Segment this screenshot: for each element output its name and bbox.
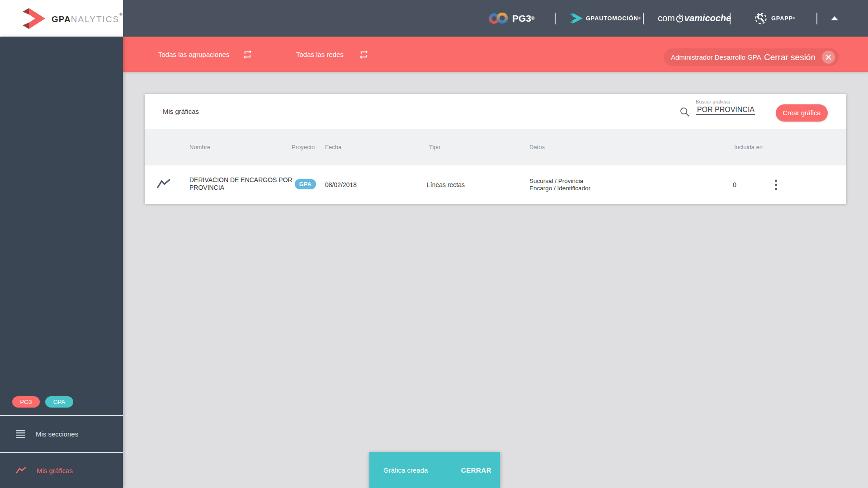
wrench-circle-icon xyxy=(755,12,767,25)
chart-date: 08/02/2018 xyxy=(325,181,357,188)
sidebar-item-label: Mis secciones xyxy=(36,430,78,438)
gpanalytics-brand[interactable]: GPANALYTICS® xyxy=(0,0,123,37)
chart-type: Líneas rectas xyxy=(427,181,465,188)
charts-trend-icon xyxy=(16,467,26,474)
filter-bar: Todas las agrupaciones Todas las redes A… xyxy=(123,37,868,72)
toast-notification: Gráfica creada CERRAR xyxy=(369,452,500,488)
search-input[interactable]: Buscar gráficas OS POR PROVINCIA xyxy=(696,99,755,115)
chart-name: DERIVACION DE ENCARGOS POR PROVINCIA xyxy=(189,176,299,191)
topbar-divider xyxy=(643,13,644,24)
project-badge: GPA xyxy=(295,179,316,189)
chart-type-trend-icon xyxy=(156,178,171,190)
gpapp-label: GPAPP xyxy=(771,15,793,22)
gpapp-reg: ® xyxy=(793,17,796,20)
swap-networks-icon[interactable] xyxy=(359,49,369,60)
sidebar-item-label: Mis gráficas xyxy=(37,467,73,474)
gpanalytics-arrow-icon xyxy=(23,8,48,29)
search-input-value: OS POR PROVINCIA xyxy=(696,106,755,114)
col-header-proyecto: Proyecto xyxy=(292,129,315,165)
pg3-wordmark[interactable]: PG3® xyxy=(512,0,534,37)
toast-message: Gráfica creada xyxy=(383,466,428,474)
page-title: Mis gráficas xyxy=(163,94,199,129)
col-header-incluida-en: Incluida en xyxy=(734,129,763,165)
filter-all-networks[interactable]: Todas las redes xyxy=(296,37,344,72)
app-window: PG3® GPAUTOMOCIÓN® com vamicoche xyxy=(0,0,868,488)
col-header-datos: Datos xyxy=(529,129,545,165)
brand-rest: NALYTICS xyxy=(71,14,120,24)
gpautomocion-wordmark[interactable]: GPAUTOMOCIÓN® xyxy=(586,0,641,37)
gpautomocion-logo[interactable] xyxy=(570,0,583,37)
col-header-nombre: Nombre xyxy=(189,129,210,165)
filter-all-groups[interactable]: Todas las agrupaciones xyxy=(158,37,230,72)
gpautomocion-label: GPAUTOMOCIÓN xyxy=(586,15,638,22)
sidebar-item-mis-secciones[interactable]: Mis secciones xyxy=(0,416,123,452)
table-row[interactable]: DERIVACION DE ENCARGOS POR PROVINCIA GPA… xyxy=(145,165,846,204)
pg3-infinity-icon xyxy=(488,12,509,25)
pg3-reg: ® xyxy=(531,16,534,21)
data-field-1: Sucursal / Provincia xyxy=(529,178,590,185)
search-icon[interactable] xyxy=(679,107,690,117)
included-in-count: 0 xyxy=(733,181,736,188)
col-header-tipo: Tipo xyxy=(429,129,440,165)
user-name: Administrador Desarrollo GPA xyxy=(671,53,764,61)
logout-x-circle-icon[interactable] xyxy=(822,51,835,64)
sidebar-badges: PG3 GPA xyxy=(0,396,123,408)
stopwatch-icon xyxy=(675,14,684,23)
user-session-pill: Administrador Desarrollo GPA Cerrar sesi… xyxy=(664,48,839,66)
charts-card: Mis gráficas Buscar gráficas OS POR PROV… xyxy=(145,94,846,204)
brand-reg: ® xyxy=(119,12,123,17)
compravamicoche-logo[interactable]: com vamicoche xyxy=(658,0,731,37)
toast-close-button[interactable]: CERRAR xyxy=(458,466,494,474)
sidebar: PG3 GPA Mis secciones Mis gráficas xyxy=(0,37,123,488)
gpapp-logo[interactable] xyxy=(755,0,767,37)
gpautomocion-reg: ® xyxy=(638,17,641,20)
topbar-divider xyxy=(816,13,817,24)
gpapp-wordmark[interactable]: GPAPP® xyxy=(771,0,796,37)
gpanalytics-wordmark: GPANALYTICS® xyxy=(52,12,123,24)
comprav-suffix: vamicoche xyxy=(684,13,731,23)
row-menu-kebab-icon[interactable] xyxy=(774,179,778,191)
col-header-fecha: Fecha xyxy=(325,129,341,165)
pg3-badge[interactable]: PG3 xyxy=(12,396,40,408)
gpa-badge[interactable]: GPA xyxy=(45,396,73,408)
comprav-prefix: com xyxy=(658,13,675,23)
swap-groups-icon[interactable] xyxy=(242,49,253,60)
top-bar: PG3® GPAUTOMOCIÓN® com vamicoche xyxy=(0,0,868,37)
search-input-value-row[interactable]: OS POR PROVINCIA xyxy=(696,105,755,115)
sections-list-icon xyxy=(16,430,25,438)
search-input-label: Buscar gráficas xyxy=(696,99,755,105)
sidebar-item-mis-graficas[interactable]: Mis gráficas xyxy=(0,453,123,488)
logout-button[interactable]: Cerrar sesión xyxy=(764,52,816,62)
pg3-label: PG3 xyxy=(512,13,531,24)
collapse-caret-up-icon[interactable] xyxy=(831,16,838,20)
pg3-logo[interactable] xyxy=(488,0,509,37)
gpautomocion-arrow-icon xyxy=(570,13,583,23)
brand-bold: GPA xyxy=(52,14,71,24)
create-chart-button[interactable]: Crear gráfica xyxy=(776,104,828,122)
table-header: Nombre Proyecto Fecha Tipo Datos Incluid… xyxy=(145,129,846,165)
topbar-divider xyxy=(555,13,556,24)
topbar-divider xyxy=(730,13,731,24)
data-field-2: Encargo / Identificador xyxy=(529,185,590,192)
chart-data-fields: Sucursal / Provincia Encargo / Identific… xyxy=(529,178,590,192)
